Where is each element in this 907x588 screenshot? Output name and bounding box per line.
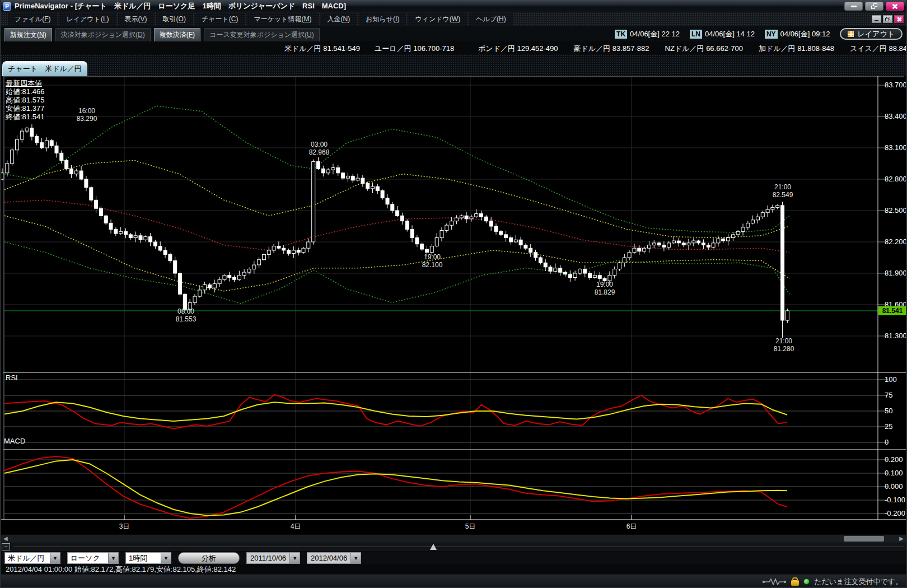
analyze-button[interactable]: 分析 bbox=[178, 552, 240, 564]
zoom-slider-thumb[interactable] bbox=[430, 544, 437, 550]
svg-text:0.100: 0.100 bbox=[885, 469, 903, 477]
dropdown-arrow-icon[interactable]: ▼ bbox=[50, 553, 60, 563]
date-from[interactable]: 2011/10/06▼ bbox=[246, 552, 300, 564]
menu-item-market-info[interactable]: マーケット情報(M) bbox=[247, 13, 318, 26]
svg-text:21:0081.280: 21:0081.280 bbox=[774, 337, 794, 353]
course-change-select-button[interactable]: コース変更対象ポジション選択(U) bbox=[204, 28, 320, 42]
status-message: ただいま注文受付中です。 bbox=[814, 577, 903, 587]
rate-item: 加ドル／円 81.808-848 bbox=[759, 44, 834, 54]
clock-time: 04/06[金] 22 12 bbox=[630, 29, 680, 39]
minimize-button[interactable] bbox=[844, 2, 863, 11]
timeframe-select[interactable]: 1時間▼ bbox=[125, 552, 171, 564]
svg-text:16:0083.290: 16:0083.290 bbox=[77, 107, 97, 123]
scroll-right-icon[interactable]: ▶ bbox=[899, 535, 904, 542]
window-controls bbox=[844, 2, 904, 11]
annotation-layer: 16:0083.29003:0082.96808:0081.55319:0082… bbox=[77, 107, 794, 353]
toolbar: 新規注文(N)決済対象ポジション選択(D)複数決済(F)コース変更対象ポジション… bbox=[0, 26, 907, 41]
maximize-icon bbox=[871, 3, 877, 9]
clock-zone-badge: LN bbox=[690, 30, 702, 39]
svg-text:03:0082.968: 03:0082.968 bbox=[309, 141, 330, 156]
svg-text:100: 100 bbox=[885, 375, 897, 384]
dropdown-arrow-icon[interactable]: ▼ bbox=[108, 553, 118, 563]
dropdown-arrow-icon[interactable]: ▼ bbox=[161, 553, 171, 563]
menu-item-file[interactable]: ファイル(F) bbox=[8, 13, 57, 26]
svg-text:0.200: 0.200 bbox=[885, 455, 903, 464]
rate-item: スイス／円 88.84 bbox=[850, 44, 907, 54]
selected-value: ローソク足 bbox=[68, 553, 108, 563]
symbol-select[interactable]: 米ドル／円▼ bbox=[4, 552, 60, 564]
menu-item-layout[interactable]: レイアウト(L) bbox=[59, 13, 115, 26]
tab-chart-usdjpy[interactable]: チャート 米ドル／円 bbox=[2, 61, 87, 76]
clock-zone-badge: TK bbox=[615, 30, 627, 39]
svg-text:82.200: 82.200 bbox=[885, 237, 907, 246]
svg-text:3日: 3日 bbox=[119, 522, 130, 530]
svg-text:75: 75 bbox=[885, 391, 892, 399]
menu-item-help[interactable]: ヘルプ(H) bbox=[469, 13, 513, 26]
multi-close-button[interactable]: 複数決済(F) bbox=[154, 28, 200, 42]
status-led-icon bbox=[803, 578, 810, 585]
menu-item-view[interactable]: 表示(V) bbox=[118, 13, 154, 26]
clock-tk: TK04/06[金] 22 12 bbox=[615, 29, 680, 39]
new-order-button[interactable]: 新規注文(N) bbox=[4, 28, 52, 42]
dropdown-arrow-icon[interactable]: ▼ bbox=[289, 553, 300, 563]
current-price-layer: 81.541 bbox=[4, 306, 906, 315]
date-value: 2012/04/06 bbox=[307, 553, 350, 563]
toolbar-right: TK04/06[金] 22 12LN04/06[金] 14 12NY04/06[… bbox=[615, 28, 903, 40]
svg-text:08:0081.553: 08:0081.553 bbox=[176, 307, 197, 323]
clock-zone-badge: NY bbox=[765, 30, 778, 39]
svg-text:25: 25 bbox=[885, 422, 892, 431]
horizontal-scrollbar: ◀ ▶ bbox=[1, 535, 906, 543]
close-button[interactable] bbox=[886, 2, 904, 11]
clock-time: 04/06[金] 14 12 bbox=[705, 29, 755, 39]
grid-layer: 3日4日5日6日83.70083.40083.10082.80082.50082… bbox=[4, 76, 907, 530]
rate-item: NZドル／円 66.662-700 bbox=[665, 44, 743, 54]
svg-text:4日: 4日 bbox=[291, 522, 301, 530]
candles-layer bbox=[1, 124, 789, 338]
date-to[interactable]: 2012/04/06▼ bbox=[307, 552, 361, 564]
menu-item-chart[interactable]: チャート(C) bbox=[195, 13, 245, 26]
mdi-window-controls bbox=[872, 15, 904, 23]
dropdown-arrow-icon[interactable]: ▼ bbox=[350, 553, 361, 563]
svg-text:50: 50 bbox=[885, 407, 892, 415]
svg-text:21:0082.549: 21:0082.549 bbox=[773, 183, 793, 199]
scroll-left-icon[interactable]: ◀ bbox=[3, 535, 8, 542]
svg-text:19:0082.100: 19:0082.100 bbox=[422, 253, 443, 269]
app-icon: P bbox=[3, 2, 11, 11]
app-window: P PrimeNavigator - [チャート 米ドル／円 ローソク足 1時間… bbox=[0, 0, 907, 588]
selectors: 米ドル／円▼ローソク足▼1時間▼ bbox=[4, 552, 171, 564]
rates-primary: 米ドル／円 81.541-549ユーロ／円 106.700-718 bbox=[284, 44, 454, 54]
chart-canvas[interactable]: 3日4日5日6日83.70083.40083.10082.80082.50082… bbox=[0, 76, 907, 534]
zoom-slider-track bbox=[13, 547, 904, 547]
scrollbar-thumb[interactable] bbox=[844, 536, 884, 542]
svg-text:83.400: 83.400 bbox=[885, 112, 907, 120]
ohlc-status-text: 2012/04/04 01:00:00 始値:82.172,高値:82.179,… bbox=[6, 564, 236, 575]
selected-value: 1時間 bbox=[126, 553, 161, 563]
zoom-out-button[interactable]: − bbox=[2, 543, 10, 550]
layout-button[interactable]: レイアウト bbox=[840, 28, 903, 40]
date-pickers: 2011/10/06▼2012/04/06▼ bbox=[246, 552, 361, 564]
menu-item-trade[interactable]: 取引(O) bbox=[156, 13, 193, 26]
mdi-restore-icon bbox=[885, 17, 890, 21]
menu-item-notice[interactable]: お知らせ(I) bbox=[359, 13, 406, 26]
mdi-minimize-icon bbox=[875, 20, 878, 21]
menu-bar: ファイル(F)レイアウト(L)表示(V)取引(O)チャート(C)マーケット情報(… bbox=[0, 12, 907, 26]
menu-item-deposit[interactable]: 入金(N) bbox=[321, 13, 357, 26]
maximize-button[interactable] bbox=[865, 2, 883, 11]
menu-item-window[interactable]: ウィンドウ(W) bbox=[408, 13, 467, 26]
mdi-restore-button[interactable] bbox=[883, 15, 892, 23]
svg-text:19:0081.829: 19:0081.829 bbox=[595, 281, 615, 296]
chart-type-select[interactable]: ローソク足▼ bbox=[67, 552, 119, 564]
rate-item: 豪ドル／円 83.857-882 bbox=[574, 44, 649, 54]
window-title: PrimeNavigator - [チャート 米ドル／円 ローソク足 1時間 ボ… bbox=[15, 1, 346, 11]
svg-text:-0.100: -0.100 bbox=[885, 496, 905, 504]
close-position-select-button[interactable]: 決済対象ポジション選択(D) bbox=[55, 28, 151, 42]
mdi-minimize-button[interactable] bbox=[872, 15, 881, 23]
clocks: TK04/06[金] 22 12LN04/06[金] 14 12NY04/06[… bbox=[615, 29, 830, 39]
date-value: 2011/10/06 bbox=[247, 553, 289, 563]
title-bar: P PrimeNavigator - [チャート 米ドル／円 ローソク足 1時間… bbox=[0, 0, 907, 12]
bottom-controls: 米ドル／円▼ローソク足▼1時間▼ 分析 2011/10/06▼2012/04/0… bbox=[0, 552, 907, 564]
svg-text:81.541: 81.541 bbox=[882, 307, 903, 315]
layout-grid-icon bbox=[848, 31, 854, 37]
mdi-close-button[interactable] bbox=[894, 15, 904, 23]
zoom-slider-row: − bbox=[0, 543, 907, 551]
